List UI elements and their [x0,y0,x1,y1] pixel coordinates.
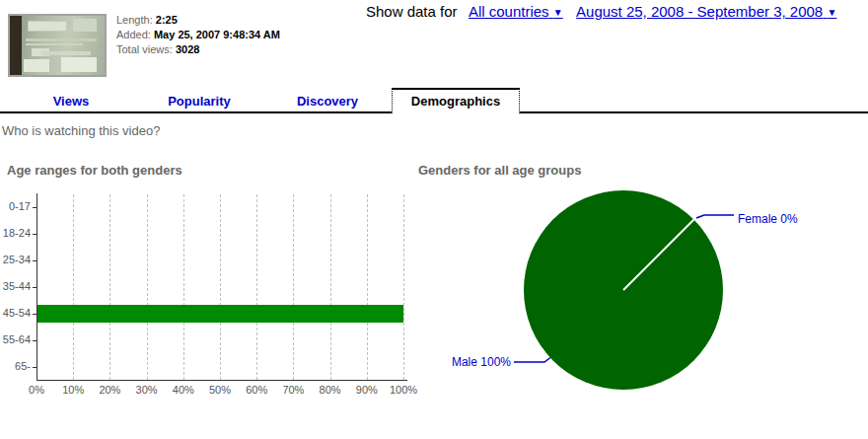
show-data-bar: Show data for All countries ▼ August 25,… [366,3,846,20]
y-axis-line [36,193,37,380]
x-axis-tick-label: 0% [19,384,54,396]
y-axis-tick-label: 35-44 [0,280,31,292]
x-axis-tick-label: 60% [239,384,274,396]
x-axis-tick-label: 80% [313,384,348,396]
tab-bar: ViewsPopularityDiscoveryDemographics [7,88,520,113]
y-axis-tick-label: 18-24 [0,227,31,239]
x-axis-tick-label: 90% [349,384,385,396]
date-range-filter-dropdown[interactable]: August 25, 2008 - September 3, 2008 ▼ [576,3,836,20]
bar-45-54 [37,305,403,323]
bar-chart-gridline [220,194,221,380]
y-axis-tick-label: 0-17 [0,200,31,212]
tab-popularity[interactable]: Popularity [135,88,263,112]
x-axis-line [36,380,407,381]
x-axis-tick-label: 10% [55,384,91,396]
y-axis-tick-label: 25-34 [0,254,31,265]
chevron-down-icon: ▼ [553,7,563,18]
bar-chart-gridline [293,194,294,380]
y-axis-tick-label: 45-54 [0,307,31,319]
pie-label-male: Male 100% [432,355,511,369]
bar-chart-gridline [367,194,368,380]
female-callout-line [696,215,734,218]
tab-discovery[interactable]: Discovery [263,88,392,112]
x-axis-tick-label: 40% [166,384,201,396]
age-ranges-bar-chart: 0%10%20%30%40%50%60%70%80%90%100%0-1718-… [0,0,434,439]
y-axis-tick-label: 65- [0,360,31,372]
male-callout-line [514,358,550,363]
bar-chart-gridline [147,194,148,380]
chevron-down-icon: ▼ [827,7,836,18]
x-axis-tick-label: 20% [92,384,127,396]
x-axis-tick-label: 70% [275,384,311,396]
bar-chart-gridline [109,194,110,380]
x-axis-tick-label: 30% [129,384,165,396]
bar-chart-gridline [330,194,331,380]
insight-demographics-page: Length: 2:25Added: May 25, 2007 9:48:34 … [0,0,868,439]
country-filter-dropdown[interactable]: All countries ▼ [469,3,563,20]
x-axis-tick-label: 50% [202,384,238,396]
tab-demographics[interactable]: Demographics [392,88,520,113]
y-axis-tick-label: 55-64 [0,333,31,345]
bar-chart-gridline [73,194,74,380]
genders-pie-chart [434,173,750,414]
bar-chart-gridline [403,194,404,380]
pie-label-female: Female 0% [738,212,798,226]
tab-views[interactable]: Views [7,88,135,112]
bar-chart-gridline [256,194,257,380]
bar-chart-gridline [183,194,184,380]
x-axis-tick-label: 100% [386,384,421,396]
